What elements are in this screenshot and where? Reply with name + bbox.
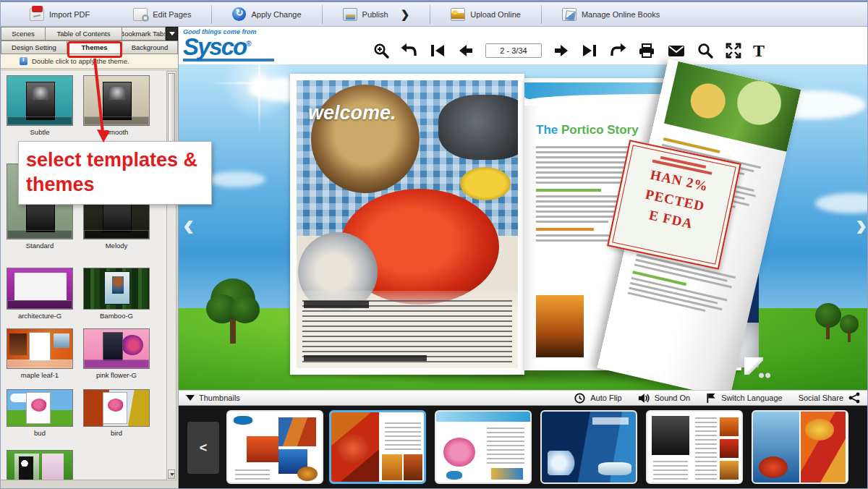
theme-item[interactable]: bud (4, 389, 76, 437)
sound-on-icon[interactable] (638, 393, 650, 404)
tabs-overflow-button[interactable] (166, 27, 178, 41)
page-thumbnail[interactable] (435, 410, 532, 484)
theme-thumbnail[interactable] (7, 450, 73, 480)
theme-item[interactable]: bird (80, 389, 153, 437)
themes-tab-highlight (67, 41, 122, 58)
curl-dots (759, 372, 772, 379)
left-page-photo: welcome. (297, 80, 518, 368)
prev-page-icon[interactable] (457, 42, 475, 59)
theme-item[interactable]: architecture-G (4, 268, 76, 320)
tab-scenes[interactable]: Scenes (1, 27, 46, 41)
theme-item[interactable]: maple leaf-1 (4, 328, 76, 379)
import-pdf-icon (30, 8, 44, 21)
theme-item[interactable]: pink flower-G (80, 328, 153, 379)
info-icon (20, 57, 27, 65)
scrollbar-down-button[interactable] (168, 469, 175, 479)
toolbar-separator (322, 5, 323, 24)
left-page-caption (297, 291, 518, 368)
theme-thumbnail[interactable] (7, 389, 73, 427)
page-thumbnail[interactable] (540, 410, 637, 484)
theme-item[interactable]: Subtle (4, 75, 76, 136)
theme-name: Subtle (4, 128, 76, 136)
apply-change-button[interactable]: Apply Change (225, 5, 308, 23)
page-thumbnail-strip: < (179, 406, 868, 489)
page-thumbnail-cover[interactable] (226, 410, 323, 484)
print-icon[interactable] (637, 42, 656, 59)
switch-language-icon[interactable] (706, 393, 716, 404)
page-number-input[interactable] (485, 43, 542, 58)
tab-table-of-contents[interactable]: Table of Contents (46, 27, 122, 41)
registered-mark: ® (246, 40, 250, 48)
theme-name: maple leaf-1 (4, 371, 76, 379)
viewer-bottom-bar: Thumbnails Auto Flip Sound On Switch Lan… (179, 390, 868, 406)
manage-online-books-button[interactable]: Manage Online Books (555, 6, 667, 23)
first-page-icon[interactable] (429, 42, 446, 59)
upload-online-icon (451, 8, 465, 21)
panel-tabs-row1: Scenes Table of Contents Bookmark Tabs (1, 27, 178, 41)
next-page-icon[interactable] (553, 42, 570, 59)
undo-icon[interactable] (401, 42, 418, 59)
theme-thumbnail[interactable] (7, 328, 73, 369)
theme-thumbnail[interactable] (83, 268, 150, 310)
next-page-arrow[interactable]: › (856, 205, 867, 244)
text-tool-icon[interactable]: T (753, 42, 765, 59)
tab-design-setting[interactable]: Design Setting (1, 41, 67, 54)
publish-label: Publish (362, 10, 388, 19)
app-window: Import PDF Edit Pages Apply Change Publi… (0, 0, 868, 489)
theme-thumbnail[interactable] (83, 328, 150, 369)
pot-photo (438, 95, 518, 160)
theme-name: Standard (4, 242, 76, 250)
tab-bookmark-tabs[interactable]: Bookmark Tabs (122, 27, 166, 41)
flipbook[interactable]: welcome. The Portico Story (290, 69, 760, 380)
upload-online-button[interactable]: Upload Online (443, 6, 528, 23)
theme-name: pink flower-G (80, 371, 153, 379)
thumbnail-prev-button[interactable]: < (187, 422, 219, 474)
toolbar-separator (430, 5, 430, 24)
tab-background[interactable]: Background (122, 41, 178, 54)
edit-pages-label: Edit Pages (153, 10, 191, 19)
sound-on-label[interactable]: Sound On (655, 394, 691, 402)
cloud (208, 171, 265, 187)
theme-name: bird (80, 429, 153, 437)
import-pdf-button[interactable]: Import PDF (22, 6, 97, 23)
page-thumbnail[interactable] (752, 410, 848, 484)
book-left-page[interactable]: welcome. (290, 74, 524, 375)
switch-language-label[interactable]: Switch Language (721, 394, 782, 402)
flipbook-preview: ‹ › Good things come from Sysco® T (179, 27, 868, 489)
auto-flip-label[interactable]: Auto Flip (590, 394, 621, 402)
theme-thumbnail[interactable] (7, 75, 73, 126)
theme-name: bud (4, 429, 76, 437)
social-share-icon[interactable] (848, 392, 860, 404)
zoom-in-icon[interactable] (373, 42, 390, 59)
manage-online-books-label: Manage Online Books (582, 10, 660, 19)
logo-brand: Sysco® (183, 35, 284, 58)
email-icon[interactable] (667, 42, 686, 59)
fullscreen-icon[interactable] (725, 42, 742, 59)
edit-pages-icon (133, 8, 148, 21)
annotation-arrow-icon (66, 57, 124, 148)
page-thumbnail[interactable] (646, 410, 743, 484)
redo-icon[interactable] (609, 42, 626, 59)
last-page-icon[interactable] (581, 42, 598, 59)
theme-item[interactable]: Breeze-1 (4, 450, 76, 480)
theme-thumbnail[interactable] (83, 389, 150, 427)
auto-flip-icon[interactable] (574, 393, 585, 404)
theme-thumbnail[interactable] (7, 268, 73, 310)
toolbar-separator (541, 5, 542, 24)
theme-item[interactable]: Bamboo-G (80, 268, 153, 320)
fda-stamp: HAN 2% PECTED E FDA (607, 140, 741, 270)
edit-pages-button[interactable]: Edit Pages (126, 6, 198, 23)
theme-list-scrollbar[interactable] (166, 71, 176, 480)
welcome-title: welcome. (308, 102, 396, 124)
publish-button[interactable]: Publish ❯ (336, 6, 417, 23)
page-thumbnail-current[interactable] (329, 410, 426, 484)
sysco-logo: Good things come from Sysco® (183, 28, 284, 61)
social-share-label[interactable]: Social Share (799, 394, 843, 402)
thumbnails-toggle[interactable]: Thumbnails (179, 391, 240, 405)
search-icon[interactable] (697, 42, 714, 59)
apply-change-label: Apply Change (251, 10, 301, 19)
publish-expand-icon[interactable]: ❯ (401, 8, 410, 21)
tree (206, 278, 260, 348)
manage-online-books-icon (562, 8, 576, 21)
prev-page-arrow[interactable]: ‹ (183, 205, 194, 244)
